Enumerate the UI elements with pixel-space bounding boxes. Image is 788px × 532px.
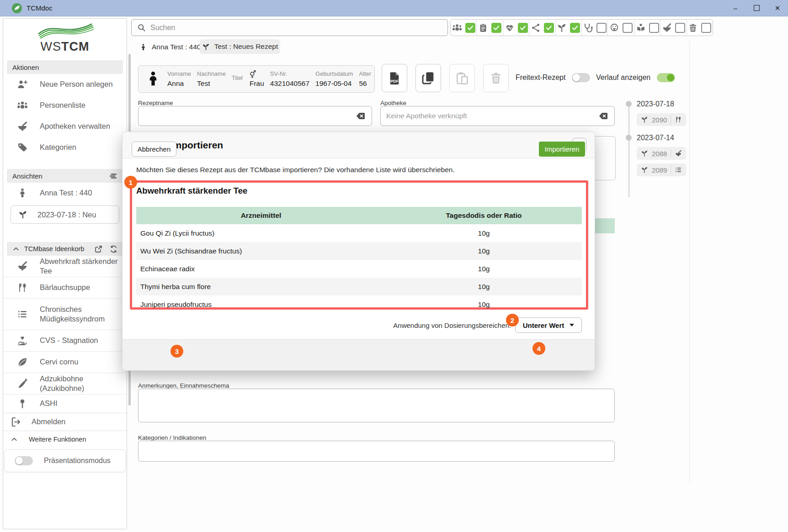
checkbox-unchecked-icon[interactable] — [596, 23, 607, 33]
table-row[interactable]: Gou Qi Zi (Lycii fructus) 10g — [136, 224, 582, 242]
freitext-rezept-toggle[interactable] — [572, 73, 590, 82]
external-link-icon[interactable] — [95, 245, 102, 253]
modal-footer — [122, 339, 595, 370]
pdf-export-button[interactable] — [382, 64, 407, 92]
pin-icon — [17, 398, 28, 409]
wstcm-swoosh-icon — [35, 21, 95, 40]
checkbox-unchecked-icon[interactable] — [623, 23, 633, 33]
filter-reading[interactable] — [634, 20, 660, 36]
table-row[interactable]: Thymi herba cum flore 10g — [136, 278, 582, 295]
checkbox-checked-icon[interactable] — [570, 23, 580, 33]
anmerkungen-textarea[interactable] — [138, 389, 615, 422]
rezeptname-label: Rezeptname — [138, 100, 173, 106]
importieren-button[interactable]: Importieren — [539, 142, 585, 157]
apotheke-label: Apotheke — [380, 100, 406, 106]
list-icon — [675, 166, 682, 174]
clear-input-icon[interactable] — [355, 111, 366, 121]
tab-anna-test[interactable]: Anna Test : 440 — [139, 41, 201, 53]
checkbox-unchecked-icon[interactable] — [675, 23, 685, 33]
refresh-icon[interactable] — [110, 245, 117, 253]
field-geschlecht: ⚥ Frau — [250, 70, 264, 88]
minimize-button[interactable]: – — [725, 0, 746, 16]
sidebar-item-abmelden[interactable]: Abmelden — [3, 413, 127, 431]
presentation-mode-row: Präsentationsmodus — [4, 449, 126, 472]
people-group-icon — [452, 23, 462, 33]
filter-deleted[interactable] — [687, 20, 713, 36]
idea-item-ashi[interactable]: ASHI — [3, 394, 127, 413]
close-button[interactable]: ✕ — [767, 0, 788, 16]
table-row[interactable]: Juniperi pseudofructus 10g — [136, 295, 582, 313]
idea-item-cervi-cornu[interactable]: Cervi cornu — [3, 351, 127, 373]
checkbox-checked-icon[interactable] — [544, 23, 554, 33]
sidebar-item-weitere-funktionen[interactable]: Weitere Funktionen — [3, 431, 127, 448]
timeline-entry-2089[interactable]: 2089 — [637, 163, 686, 176]
idea-item-adzukibohne[interactable]: Adzukibohne (Azukibohne) — [3, 373, 127, 394]
timeline-entry-2090[interactable]: 2090 — [637, 113, 686, 126]
idea-item-baerlauchsuppe[interactable]: Bärlauchsuppe — [3, 277, 127, 298]
table-row[interactable]: Echinaceae radix 10g — [136, 260, 582, 278]
verlauf-anzeigen-group: Verlauf anzeigen — [596, 73, 675, 82]
utensils-icon — [675, 116, 682, 123]
filter-tongue[interactable] — [607, 20, 634, 36]
filter-recipe[interactable] — [555, 20, 581, 36]
paste-icon — [455, 71, 469, 85]
app-window: TCMdoc – ✕ WSTCM Aktionen Neue Person an… — [0, 0, 788, 532]
anmerkungen-label: Anmerkungen, Einnahmeschema — [138, 382, 229, 389]
share-nodes-icon — [531, 23, 541, 33]
pdf-file-icon — [387, 71, 402, 85]
window-title: TCMdoc — [27, 4, 53, 12]
timeline-entry-2088[interactable]: 2088 — [637, 147, 686, 160]
maximize-button[interactable] — [746, 0, 767, 16]
copy-recipe-button[interactable] — [415, 64, 441, 92]
apotheke-input[interactable]: Keine Apotheke verknüpft — [380, 106, 615, 126]
rezeptname-input[interactable] — [138, 106, 372, 126]
checkbox-unchecked-icon[interactable] — [649, 23, 659, 33]
book-reader-icon — [636, 23, 646, 33]
filter-stethoscope[interactable] — [581, 20, 607, 36]
checkbox-checked-icon[interactable] — [465, 23, 475, 33]
idea-item-abwehrkraft[interactable]: Abwehrkraft stärkender Tee — [3, 256, 127, 277]
sidebar-item-rezept-neu[interactable]: 2023-07-18 : Neu — [11, 205, 119, 224]
sort-icon[interactable] — [109, 172, 117, 180]
filter-diagnosis[interactable] — [503, 20, 529, 36]
checkbox-checked-icon[interactable] — [491, 23, 501, 33]
kategorien-input[interactable] — [138, 441, 615, 462]
window-controls: – ✕ — [725, 0, 788, 16]
field-nachname: Nachname Test — [197, 70, 226, 88]
paste-recipe-button[interactable] — [449, 64, 475, 92]
sidebar-item-anna-test[interactable]: Anna Test : 440 — [3, 183, 127, 204]
abbrechen-button[interactable]: Abbrechen — [132, 142, 176, 157]
checkbox-checked-icon[interactable] — [518, 23, 528, 33]
logo-text-bold: TCM — [61, 40, 89, 53]
presentation-mode-toggle[interactable] — [15, 456, 33, 465]
clear-input-icon[interactable] — [598, 111, 609, 121]
utensils-icon — [17, 282, 28, 293]
idea-item-cvs-stagnation[interactable]: CVS - Stagnation — [3, 330, 127, 351]
sidebar-item-kategorien[interactable]: Kategorien — [3, 137, 127, 158]
filter-anamnesis[interactable] — [476, 20, 502, 36]
sidebar-item-neue-person[interactable]: Neue Person anlegen — [3, 74, 127, 95]
search-input[interactable]: Suchen — [131, 19, 448, 36]
checkbox-unchecked-icon[interactable] — [701, 23, 711, 33]
verlauf-anzeigen-toggle[interactable] — [657, 73, 675, 82]
dosage-dropdown[interactable]: Unterer Wert — [515, 317, 582, 333]
filter-persons[interactable] — [451, 20, 476, 36]
seedling-icon — [557, 23, 567, 33]
timeline-date: 2023-07-18 — [637, 100, 674, 108]
delete-recipe-button[interactable] — [483, 64, 509, 92]
sidebar-item-apotheken[interactable]: Apotheken verwalten — [3, 116, 127, 137]
sidebar-item-personenliste[interactable]: Personenliste — [3, 95, 127, 116]
chevron-up-icon[interactable] — [12, 245, 20, 253]
timeline-dot — [626, 101, 632, 107]
filter-pharmacy[interactable] — [660, 20, 686, 36]
person-icon — [139, 43, 147, 51]
seedling-icon — [641, 116, 648, 123]
table-row[interactable]: Wu Wei Zi (Schisandrae fructus) 10g — [136, 242, 582, 260]
tab-neues-rezept[interactable]: Test : Neues Rezept — [200, 39, 280, 54]
list-icon — [17, 309, 28, 320]
chevron-up-icon — [11, 436, 18, 443]
seedling-icon — [18, 210, 27, 219]
col-tagesdosis: Tagesdodis oder Ratio — [386, 207, 582, 224]
idea-item-chronisches[interactable]: Chronisches Müdigkeitssyndrom — [3, 298, 127, 330]
filter-share[interactable] — [529, 20, 555, 36]
